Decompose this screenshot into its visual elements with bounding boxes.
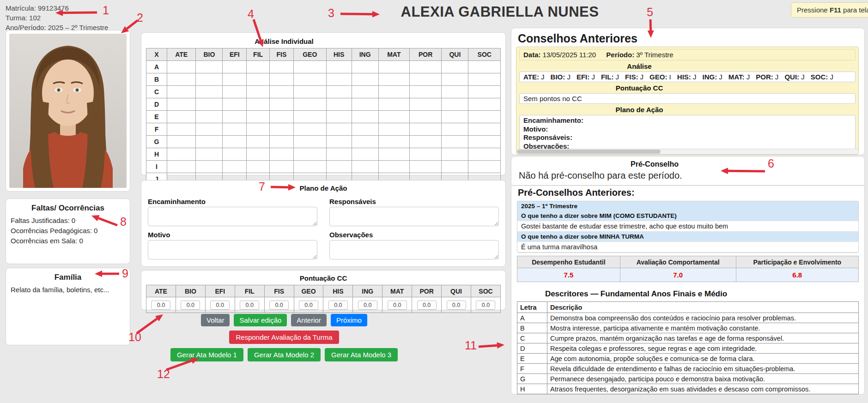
analise-cell[interactable]	[352, 98, 378, 111]
analise-cell[interactable]	[293, 123, 326, 136]
analise-cell[interactable]	[167, 136, 196, 148]
analise-cell[interactable]	[167, 148, 196, 161]
analise-cell[interactable]	[326, 161, 352, 173]
analise-cell[interactable]	[409, 161, 441, 173]
analise-cell[interactable]	[270, 73, 294, 86]
analise-cell[interactable]	[442, 123, 468, 136]
pontuacao-input[interactable]	[447, 301, 466, 310]
analise-cell[interactable]	[196, 98, 223, 111]
analise-cell[interactable]	[442, 98, 468, 111]
gerar-ata-modelo-3-button[interactable]: Gerar Ata Modelo 3	[325, 348, 398, 361]
analise-cell[interactable]	[247, 136, 270, 148]
analise-cell[interactable]	[247, 86, 270, 98]
analise-cell[interactable]	[409, 86, 441, 98]
analise-cell[interactable]	[247, 161, 270, 173]
analise-cell[interactable]	[378, 123, 409, 136]
analise-cell[interactable]	[196, 61, 223, 73]
pontuacao-input[interactable]	[417, 301, 437, 310]
analise-cell[interactable]	[196, 111, 223, 123]
analise-cell[interactable]	[352, 123, 378, 136]
analise-cell[interactable]	[167, 86, 196, 98]
analise-cell[interactable]	[223, 98, 247, 111]
analise-cell[interactable]	[442, 148, 468, 161]
analise-cell[interactable]	[167, 161, 196, 173]
analise-cell[interactable]	[270, 136, 294, 148]
analise-cell[interactable]	[247, 123, 270, 136]
analise-cell[interactable]	[409, 61, 441, 73]
pontuacao-input[interactable]	[299, 301, 318, 310]
analise-cell[interactable]	[468, 61, 501, 73]
pontuacao-input[interactable]	[388, 301, 407, 310]
gerar-ata-modelo-1-button[interactable]: Gerar Ata Modelo 1	[170, 348, 243, 361]
pontuacao-input[interactable]	[210, 301, 230, 310]
analise-cell[interactable]	[293, 161, 326, 173]
analise-cell[interactable]	[442, 73, 468, 86]
responsaveis-textarea[interactable]	[329, 207, 499, 226]
analise-cell[interactable]	[378, 98, 409, 111]
analise-cell[interactable]	[223, 148, 247, 161]
analise-cell[interactable]	[378, 86, 409, 98]
analise-cell[interactable]	[352, 111, 378, 123]
analise-cell[interactable]	[223, 136, 247, 148]
analise-cell[interactable]	[378, 111, 409, 123]
analise-cell[interactable]	[468, 123, 501, 136]
analise-cell[interactable]	[378, 161, 409, 173]
analise-cell[interactable]	[293, 73, 326, 86]
analise-cell[interactable]	[270, 148, 294, 161]
analise-cell[interactable]	[442, 86, 468, 98]
analise-cell[interactable]	[293, 61, 326, 73]
analise-cell[interactable]	[270, 111, 294, 123]
analise-cell[interactable]	[247, 111, 270, 123]
analise-cell[interactable]	[352, 136, 378, 148]
analise-cell[interactable]	[442, 161, 468, 173]
horizontal-scrollbar[interactable]	[516, 149, 858, 154]
analise-cell[interactable]	[409, 148, 441, 161]
analise-cell[interactable]	[270, 123, 294, 136]
proximo-button[interactable]: Próximo	[331, 314, 367, 326]
analise-cell[interactable]	[196, 136, 223, 148]
analise-cell[interactable]	[378, 61, 409, 73]
analise-cell[interactable]	[247, 98, 270, 111]
analise-cell[interactable]	[196, 86, 223, 98]
analise-cell[interactable]	[442, 61, 468, 73]
analise-cell[interactable]	[352, 61, 378, 73]
analise-cell[interactable]	[167, 73, 196, 86]
analise-cell[interactable]	[270, 61, 294, 73]
analise-cell[interactable]	[270, 86, 294, 98]
analise-cell[interactable]	[293, 136, 326, 148]
analise-cell[interactable]	[326, 148, 352, 161]
analise-cell[interactable]	[409, 111, 441, 123]
analise-cell[interactable]	[352, 161, 378, 173]
analise-cell[interactable]	[247, 148, 270, 161]
analise-cell[interactable]	[223, 86, 247, 98]
pontuacao-input[interactable]	[476, 301, 495, 310]
encaminhamento-textarea[interactable]	[148, 207, 317, 226]
analise-cell[interactable]	[293, 86, 326, 98]
pontuacao-input[interactable]	[151, 301, 170, 310]
pontuacao-input[interactable]	[240, 301, 259, 310]
analise-cell[interactable]	[270, 161, 294, 173]
analise-cell[interactable]	[378, 136, 409, 148]
analise-cell[interactable]	[293, 98, 326, 111]
analise-cell[interactable]	[326, 61, 352, 73]
analise-cell[interactable]	[442, 136, 468, 148]
analise-cell[interactable]	[247, 61, 270, 73]
observacoes-textarea[interactable]	[329, 240, 499, 259]
analise-cell[interactable]	[326, 98, 352, 111]
analise-cell[interactable]	[352, 73, 378, 86]
analise-cell[interactable]	[378, 148, 409, 161]
analise-cell[interactable]	[293, 111, 326, 123]
analise-cell[interactable]	[167, 98, 196, 111]
analise-cell[interactable]	[196, 123, 223, 136]
analise-cell[interactable]	[223, 111, 247, 123]
analise-cell[interactable]	[223, 61, 247, 73]
analise-cell[interactable]	[196, 73, 223, 86]
motivo-textarea[interactable]	[148, 240, 317, 259]
analise-cell[interactable]	[378, 73, 409, 86]
analise-cell[interactable]	[468, 136, 501, 148]
scrollbar-thumb[interactable]	[517, 150, 661, 154]
analise-cell[interactable]	[326, 86, 352, 98]
analise-cell[interactable]	[270, 98, 294, 111]
analise-cell[interactable]	[247, 73, 270, 86]
analise-cell[interactable]	[409, 136, 441, 148]
